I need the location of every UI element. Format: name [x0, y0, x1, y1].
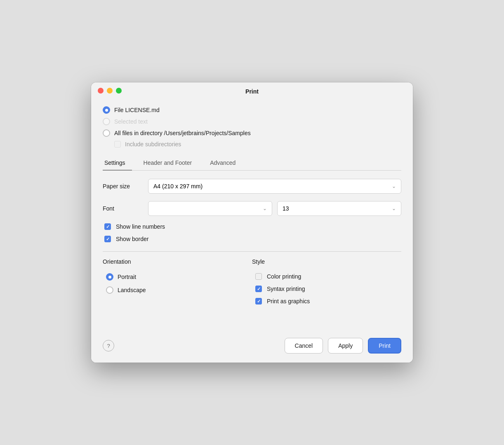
show-border-item[interactable]: Show border [104, 236, 401, 242]
footer: ? Cancel Apply Print [91, 330, 413, 363]
orientation-section: Orientation Portrait Landscape [103, 258, 252, 304]
source-radio-group: File LICENSE.md Selected text All files … [103, 106, 401, 148]
paper-size-label: Paper size [103, 183, 148, 190]
portrait-option[interactable]: Portrait [106, 273, 252, 281]
close-button[interactable] [98, 88, 104, 94]
landscape-label: Landscape [118, 287, 146, 293]
font-row: Font ⌄ 13 ⌄ [103, 201, 401, 216]
section-divider [103, 251, 401, 252]
show-line-numbers-checkbox[interactable] [104, 223, 111, 230]
help-button[interactable]: ? [103, 340, 114, 351]
style-section: Style Color printing Syntax printing [252, 258, 401, 304]
maximize-button[interactable] [116, 88, 122, 94]
portrait-label: Portrait [118, 274, 136, 280]
selected-text-option-item: Selected text [103, 118, 401, 125]
portrait-radio[interactable] [106, 273, 113, 281]
print-dialog: Print File LICENSE.md Selected text All … [91, 82, 413, 363]
all-files-radio[interactable] [103, 129, 110, 137]
print-as-graphics-checkbox[interactable] [255, 298, 262, 304]
tab-header-footer[interactable]: Header and Footer [142, 156, 199, 171]
settings-panel: Paper size A4 (210 x 297 mm) ⌄ Font ⌄ 13 [103, 179, 401, 304]
help-icon: ? [107, 343, 110, 349]
color-printing-label: Color printing [267, 273, 301, 280]
include-subdirectories-checkbox [114, 141, 121, 148]
color-printing-item[interactable]: Color printing [255, 273, 401, 280]
syntax-printing-item[interactable]: Syntax printing [255, 286, 401, 292]
footer-right: Cancel Apply Print [285, 338, 401, 354]
style-title: Style [252, 258, 401, 267]
footer-left: ? [103, 340, 114, 351]
selected-text-label: Selected text [114, 118, 148, 125]
show-line-numbers-item[interactable]: Show line numbers [104, 223, 401, 230]
print-button[interactable]: Print [368, 338, 401, 354]
orientation-style-section: Orientation Portrait Landscape [103, 258, 401, 304]
paper-size-row: Paper size A4 (210 x 297 mm) ⌄ [103, 179, 401, 194]
checkboxes-group: Show line numbers Show border [104, 223, 401, 242]
file-option-item[interactable]: File LICENSE.md [103, 106, 401, 114]
orientation-title: Orientation [103, 258, 252, 267]
style-checkboxes: Color printing Syntax printing Print as … [255, 273, 401, 304]
font-selects: ⌄ 13 ⌄ [148, 201, 401, 216]
dialog-content: File LICENSE.md Selected text All files … [91, 99, 413, 330]
show-border-label: Show border [116, 236, 148, 242]
file-option-radio[interactable] [103, 106, 110, 114]
font-size-select[interactable]: 13 ⌄ [277, 201, 401, 216]
show-line-numbers-label: Show line numbers [116, 223, 165, 230]
window-buttons [98, 88, 122, 94]
tab-advanced[interactable]: Advanced [208, 156, 242, 171]
paper-size-value: A4 (210 x 297 mm) [153, 183, 203, 190]
include-subdirectories-group: Include subdirectories [114, 141, 401, 148]
all-files-label: All files in directory /Users/jetbrains/… [114, 130, 251, 136]
font-label: Font [103, 205, 148, 212]
syntax-printing-checkbox[interactable] [255, 286, 262, 292]
landscape-radio[interactable] [106, 286, 113, 294]
paper-size-chevron-icon: ⌄ [392, 183, 396, 189]
orientation-radios: Portrait Landscape [106, 273, 252, 294]
font-size-chevron-icon: ⌄ [392, 206, 396, 211]
all-files-option-item[interactable]: All files in directory /Users/jetbrains/… [103, 129, 401, 137]
print-as-graphics-label: Print as graphics [267, 298, 310, 304]
show-border-checkbox[interactable] [104, 236, 111, 242]
font-size-value: 13 [283, 205, 289, 212]
tabs: Settings Header and Footer Advanced [103, 156, 401, 171]
syntax-printing-label: Syntax printing [267, 286, 305, 292]
tab-settings[interactable]: Settings [103, 156, 132, 171]
font-name-chevron-icon: ⌄ [263, 206, 267, 211]
minimize-button[interactable] [107, 88, 113, 94]
dialog-title: Print [245, 88, 259, 95]
apply-button[interactable]: Apply [328, 338, 363, 354]
paper-size-select[interactable]: A4 (210 x 297 mm) ⌄ [148, 179, 401, 194]
font-name-select[interactable]: ⌄ [148, 201, 272, 216]
landscape-option[interactable]: Landscape [106, 286, 252, 294]
selected-text-radio [103, 118, 110, 125]
file-option-label: File LICENSE.md [114, 107, 160, 113]
cancel-button[interactable]: Cancel [285, 338, 323, 354]
color-printing-checkbox[interactable] [255, 273, 262, 280]
include-subdirectories-label: Include subdirectories [125, 141, 181, 148]
print-as-graphics-item[interactable]: Print as graphics [255, 298, 401, 304]
titlebar: Print [91, 82, 413, 99]
